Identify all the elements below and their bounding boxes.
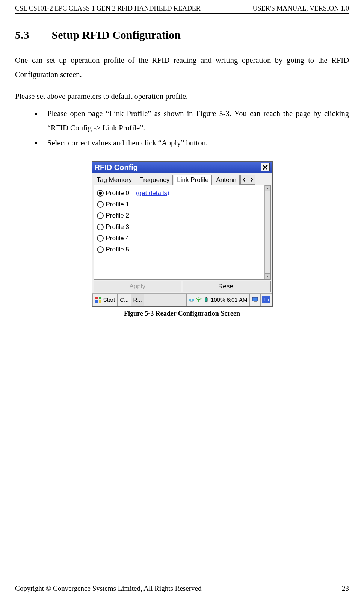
radio-icon — [97, 224, 104, 230]
close-icon — [263, 165, 268, 170]
battery-icon — [203, 297, 209, 303]
lang-icon: En — [262, 296, 270, 303]
header-right: USER'S MANUAL, VERSION 1.0 — [253, 5, 349, 12]
section-number: 5.3 — [15, 29, 49, 41]
instruction-paragraph: Please set above parameters to default o… — [15, 89, 349, 104]
page-footer: Copyright © Convergence Systems Limited,… — [15, 584, 349, 593]
rfid-config-window: RFID Config Tag Memory Frequency Link Pr… — [92, 161, 273, 307]
radio-profile-4[interactable]: Profile 4 — [97, 233, 267, 244]
tab-scroll-right[interactable] — [248, 175, 255, 185]
section-heading: 5.3 Setup RFID Configuration — [15, 29, 349, 41]
taskbar-item[interactable]: C... — [118, 294, 131, 306]
wifi-icon — [196, 297, 202, 303]
radio-label: Profile 5 — [106, 246, 129, 253]
system-tray[interactable]: 100% 6:01 AM — [186, 294, 249, 306]
tab-row: Tag Memory Frequency Link Profile Antenn — [92, 173, 272, 185]
radio-label: Profile 2 — [106, 212, 129, 220]
bullet-item: Please open page “Link Profile” as shown… — [42, 107, 349, 135]
svg-rect-9 — [252, 297, 258, 301]
window-title: RFID Config — [95, 163, 138, 172]
start-button[interactable]: Start — [92, 294, 118, 306]
svg-rect-3 — [99, 300, 101, 303]
bullet-item: Select correct values and then click “Ap… — [42, 136, 349, 150]
svg-rect-7 — [205, 298, 207, 302]
figure-container: RFID Config Tag Memory Frequency Link Pr… — [15, 161, 349, 318]
svg-rect-8 — [206, 297, 207, 298]
tab-frequency[interactable]: Frequency — [136, 175, 173, 185]
desktop-button[interactable] — [249, 294, 261, 306]
svg-point-6 — [198, 300, 199, 302]
network-icon — [188, 297, 194, 303]
intro-paragraph: One can set up operation profile of the … — [15, 53, 349, 82]
window-titlebar: RFID Config — [92, 162, 272, 173]
radio-icon — [97, 212, 104, 219]
svg-rect-5 — [192, 299, 194, 301]
svg-rect-0 — [95, 297, 98, 299]
header-left: CSL CS101-2 EPC CLASS 1 GEN 2 RFID HANDH… — [15, 5, 201, 12]
svg-rect-4 — [189, 299, 191, 301]
windows-flag-icon — [95, 296, 102, 303]
radio-icon — [97, 190, 104, 197]
svg-rect-2 — [95, 300, 98, 303]
scroll-up-icon — [265, 185, 270, 191]
tab-content: Profile 0 (get details) Profile 1 Profil… — [94, 185, 271, 280]
radio-profile-2[interactable]: Profile 2 — [97, 210, 267, 221]
radio-label: Profile 1 — [106, 201, 129, 208]
tab-antenna[interactable]: Antenn — [213, 175, 240, 185]
close-button[interactable] — [261, 163, 270, 171]
scroll-down-icon — [265, 273, 270, 279]
radio-profile-0[interactable]: Profile 0 (get details) — [97, 188, 267, 199]
apply-button[interactable]: Apply — [94, 281, 182, 292]
section-title: Setup RFID Configuration — [52, 29, 181, 41]
bullet-list: Please open page “Link Profile” as shown… — [15, 107, 349, 150]
radio-icon — [97, 235, 104, 242]
battery-percent: 100% — [211, 297, 225, 303]
reset-button[interactable]: Reset — [183, 281, 271, 292]
tab-link-profile[interactable]: Link Profile — [174, 175, 212, 185]
radio-profile-1[interactable]: Profile 1 — [97, 199, 267, 210]
page-number: 23 — [342, 584, 349, 593]
vertical-scrollbar[interactable] — [264, 185, 270, 279]
lang-button[interactable]: En — [261, 294, 272, 306]
copyright-text: Copyright © Convergence Systems Limited,… — [15, 584, 201, 593]
tab-tag-memory[interactable]: Tag Memory — [94, 175, 136, 185]
chevron-right-icon — [250, 177, 253, 182]
chevron-left-icon — [243, 177, 246, 182]
clock-time: 6:01 AM — [227, 297, 247, 303]
tab-scroll-left[interactable] — [240, 175, 248, 185]
figure-caption: Figure 5-3 Reader Configuration Screen — [15, 310, 349, 318]
svg-text:En: En — [264, 297, 269, 302]
svg-rect-10 — [254, 301, 257, 302]
radio-icon — [97, 246, 104, 253]
radio-icon — [97, 201, 104, 208]
get-details-link[interactable]: (get details) — [136, 189, 169, 197]
start-label: Start — [103, 297, 115, 303]
radio-label: Profile 4 — [106, 235, 129, 242]
button-row: Apply Reset — [94, 281, 271, 292]
page-header: CSL CS101-2 EPC CLASS 1 GEN 2 RFID HANDH… — [15, 0, 349, 14]
tray-buttons: En — [249, 294, 272, 306]
taskbar-item[interactable]: R... — [131, 294, 144, 306]
taskbar: Start C... R... 100% 6:01 AM En — [92, 293, 272, 306]
radio-label: Profile 3 — [106, 223, 129, 231]
desktop-icon — [252, 296, 258, 303]
radio-profile-5[interactable]: Profile 5 — [97, 244, 267, 255]
svg-rect-1 — [99, 297, 101, 299]
radio-label: Profile 0 — [106, 189, 129, 197]
radio-profile-3[interactable]: Profile 3 — [97, 221, 267, 233]
